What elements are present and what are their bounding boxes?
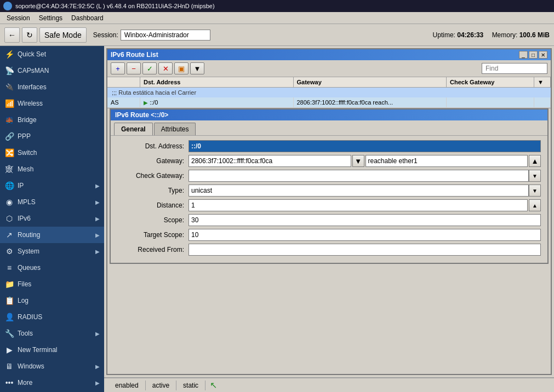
routing-arrow-icon: ▶ — [95, 232, 100, 238]
sidebar-item-wireless[interactable]: 📶 Wireless — [0, 95, 104, 112]
sidebar-item-ip[interactable]: 🌐 IP ▶ — [0, 177, 104, 194]
check-gateway-input[interactable] — [189, 170, 529, 182]
sidebar-item-quick-set[interactable]: ⚡ Quick Set — [0, 46, 104, 62]
gateway-input[interactable] — [189, 155, 351, 167]
maximize-button[interactable]: □ — [529, 51, 538, 59]
highlight-button[interactable]: ▣ — [174, 62, 189, 74]
sidebar-label-interfaces: Interfaces — [18, 83, 100, 91]
main-area: ⚡ Quick Set 📡 CAPsMAN 🔌 Interfaces 📶 Wir… — [0, 46, 554, 392]
sidebar-label-windows: Windows — [18, 362, 92, 370]
remove-button[interactable]: − — [127, 62, 141, 74]
sidebar-label-ipv6: IPv6 — [18, 215, 92, 222]
gateway-row: Gateway: ▼ ▲ — [117, 155, 541, 167]
row-dst: ▶ ::/0 — [140, 97, 294, 107]
system-arrow-icon: ▶ — [95, 249, 100, 255]
row-gateway: 2806:3f7:1002::ffff:f0ca:f0ca reach... — [294, 97, 447, 107]
ip-icon: 🌐 — [4, 181, 14, 191]
type-input[interactable] — [189, 185, 529, 197]
uptime-memory: Uptime: 04:26:33 Memory: 100.6 MiB — [433, 31, 550, 39]
session-label: Session: — [93, 31, 118, 39]
gateway-suffix-input[interactable] — [365, 155, 528, 167]
sidebar-item-ipv6[interactable]: ⬡ IPv6 ▶ — [0, 210, 104, 227]
sidebar-item-interfaces[interactable]: 🔌 Interfaces — [0, 79, 104, 95]
tab-general[interactable]: General — [114, 123, 153, 135]
sidebar-item-new-terminal[interactable]: ▶ New Terminal — [0, 342, 104, 358]
uptime-label: Uptime: — [433, 31, 455, 39]
mpls-arrow-icon: ▶ — [95, 199, 100, 205]
status-enabled: enabled — [108, 381, 146, 390]
distance-up-button[interactable]: ▲ — [529, 199, 541, 211]
distance-input[interactable] — [189, 199, 528, 211]
sidebar-label-bridge: Bridge — [18, 116, 100, 124]
row-check-gw — [447, 97, 534, 107]
received-from-input[interactable] — [189, 244, 541, 256]
gateway-dropdown-button[interactable]: ▼ — [352, 155, 364, 167]
col-flags — [107, 77, 140, 87]
more-icon: ••• — [4, 378, 14, 388]
ipv6-icon: ⬡ — [4, 214, 14, 223]
menu-session[interactable]: Session — [2, 13, 35, 23]
tab-attributes[interactable]: Attributes — [154, 123, 196, 135]
safe-mode-button[interactable]: Safe Mode — [39, 27, 87, 43]
detail-title: IPv6 Route <::/0> — [115, 111, 168, 119]
check-gateway-arrow-button[interactable]: ▼ — [529, 170, 541, 182]
session-input[interactable] — [121, 30, 210, 41]
interfaces-icon: 🔌 — [4, 82, 14, 92]
log-icon: 📋 — [4, 296, 14, 305]
sidebar-item-radius[interactable]: 👤 RADIUS — [0, 309, 104, 325]
received-from-label: Received From: — [117, 246, 189, 253]
ipv6-route-list-window: IPv6 Route List _ □ ✕ + − ✓ ✕ ▣ ▼ — [106, 48, 552, 375]
sidebar-item-ppp[interactable]: 🔗 PPP — [0, 128, 104, 145]
ipv6-window-titlebar: IPv6 Route List _ □ ✕ — [107, 49, 551, 60]
sidebar-item-log[interactable]: 📋 Log — [0, 292, 104, 309]
menu-settings[interactable]: Settings — [35, 13, 67, 23]
sidebar-item-capsman[interactable]: 📡 CAPsMAN — [0, 62, 104, 79]
back-button[interactable]: ← — [4, 27, 20, 43]
gateway-suffix-up-button[interactable]: ▲ — [529, 155, 541, 167]
ip-arrow-icon: ▶ — [95, 183, 100, 189]
forward-button[interactable]: ↻ — [22, 27, 37, 43]
bridge-icon: 🌉 — [4, 115, 14, 125]
row-extra — [534, 97, 551, 107]
menu-dashboard[interactable]: Dashboard — [67, 13, 108, 23]
scope-input[interactable] — [189, 214, 541, 226]
sidebar-item-switch[interactable]: 🔀 Switch — [0, 145, 104, 161]
sidebar-item-windows[interactable]: 🖥 Windows ▶ — [0, 358, 104, 374]
route-table: Dst. Address Gateway Check Gateway ▼ ;;;… — [107, 77, 551, 108]
wireless-icon: 📶 — [4, 99, 14, 108]
close-button[interactable]: ✕ — [539, 51, 547, 59]
add-button[interactable]: + — [111, 62, 125, 74]
col-extra: ▼ — [534, 77, 551, 87]
sidebar-item-queues[interactable]: ≡ Queues — [0, 260, 104, 276]
distance-row: Distance: ▲ — [117, 199, 541, 211]
window-controls: _ □ ✕ — [519, 51, 547, 59]
memory-label: Memory: — [492, 31, 518, 39]
minimize-button[interactable]: _ — [519, 51, 528, 59]
find-input[interactable] — [482, 63, 547, 74]
sidebar-item-system[interactable]: ⚙ System ▶ — [0, 243, 104, 260]
sidebar-label-mpls: MPLS — [18, 198, 92, 206]
table-row[interactable]: AS ▶ ::/0 2806:3f7:1002::ffff:f0ca:f0ca … — [107, 97, 551, 108]
dst-address-input[interactable] — [189, 140, 541, 152]
sidebar-item-more[interactable]: ••• More ▶ — [0, 374, 104, 391]
sidebar-item-mesh[interactable]: 🕸 Mesh — [0, 161, 104, 177]
detail-form: Dst. Address: Gateway: ▼ ▲ Check Ga — [111, 135, 547, 263]
sidebar-item-tools[interactable]: 🔧 Tools ▶ — [0, 325, 104, 342]
target-scope-input[interactable] — [189, 229, 541, 241]
sidebar-item-routing[interactable]: ↗ Routing ▶ — [0, 227, 104, 243]
sidebar-item-mpls[interactable]: ◉ MPLS ▶ — [0, 194, 104, 210]
filter-button[interactable]: ▼ — [190, 62, 204, 74]
sidebar-label-quick-set: Quick Set — [18, 50, 100, 58]
sidebar-label-routing: Routing — [18, 231, 92, 239]
type-arrow-button[interactable]: ▼ — [529, 185, 541, 197]
ppp-icon: 🔗 — [4, 131, 14, 141]
sidebar-item-files[interactable]: 📁 Files — [0, 276, 104, 292]
system-icon: ⚙ — [4, 246, 14, 256]
disable-button[interactable]: ✕ — [158, 62, 173, 74]
distance-label: Distance: — [117, 201, 189, 209]
gateway-group: ▼ ▲ — [189, 155, 541, 167]
capsman-icon: 📡 — [4, 66, 14, 76]
enable-button[interactable]: ✓ — [142, 62, 157, 74]
sidebar-item-bridge[interactable]: 🌉 Bridge — [0, 112, 104, 128]
flag-as: AS — [111, 99, 119, 106]
